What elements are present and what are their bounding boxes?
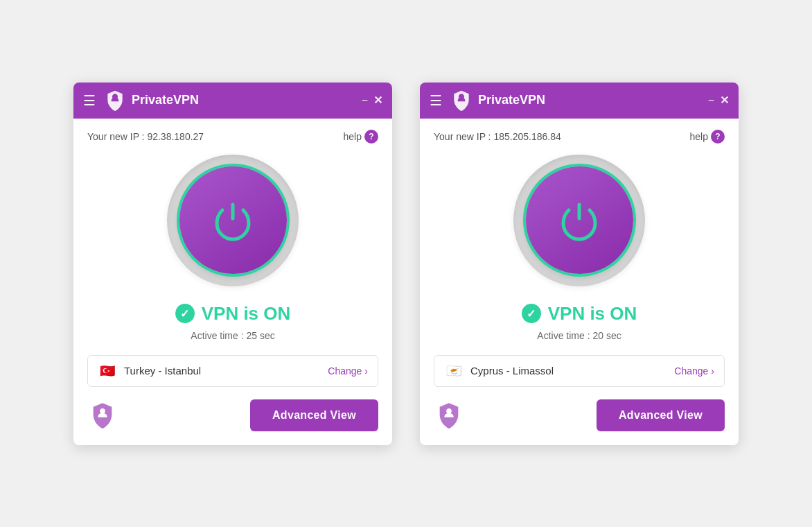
chevron-icon-2: › xyxy=(711,365,714,377)
title-bar-left-2: ☰ PrivateVPN xyxy=(430,89,545,112)
check-icon-2: ✓ xyxy=(522,304,541,323)
shield-icon-bottom-1 xyxy=(87,400,118,431)
power-button-2[interactable] xyxy=(526,166,633,274)
help-circle-2: ? xyxy=(711,130,725,144)
shield-logo-2 xyxy=(450,89,473,112)
ip-text-2: Your new IP : 185.205.186.84 xyxy=(434,131,561,142)
help-button-1[interactable]: help ? xyxy=(344,130,378,144)
content-1: Your new IP : 92.38.180.27 help ? ✓ VPN … xyxy=(73,119,392,445)
title-brand-2: PrivateVPN xyxy=(450,89,545,112)
change-button-1[interactable]: Change xyxy=(328,365,362,377)
ip-row-1: Your new IP : 92.38.180.27 help ? xyxy=(87,130,378,144)
help-circle-1: ? xyxy=(364,130,378,144)
advanced-view-button-1[interactable]: Advanced View xyxy=(250,399,378,431)
bottom-row-2: Advanced View xyxy=(434,399,725,431)
brand-name-1: PrivateVPN xyxy=(132,93,199,107)
power-outer-1 xyxy=(167,155,299,286)
close-button-1[interactable]: ✕ xyxy=(373,94,382,107)
flag-icon-2: 🇨🇾 xyxy=(444,364,464,378)
location-row-1[interactable]: 🇹🇷 Turkey - Istanbul Change › xyxy=(87,355,378,387)
title-bar-left-1: ☰ PrivateVPN xyxy=(83,89,199,112)
location-name-1: Turkey - Istanbul xyxy=(124,365,328,377)
location-row-2[interactable]: 🇨🇾 Cyprus - Limassol Change › xyxy=(434,355,725,387)
hamburger-icon-1[interactable]: ☰ xyxy=(83,94,96,107)
help-button-2[interactable]: help ? xyxy=(690,130,725,144)
minimize-button-2[interactable]: − xyxy=(708,94,714,107)
ip-text-1: Your new IP : 92.38.180.27 xyxy=(87,131,204,142)
window-controls-2: − ✕ xyxy=(708,94,729,107)
help-label-2: help xyxy=(690,131,708,142)
vpn-window-1: ☰ PrivateVPN − ✕ Your new IP : 92.38.180… xyxy=(73,83,392,445)
vpn-status-text-2: VPN is ON xyxy=(548,303,637,325)
active-time-2: Active time : 20 sec xyxy=(537,330,621,341)
change-button-2[interactable]: Change xyxy=(674,365,708,377)
title-brand-1: PrivateVPN xyxy=(104,89,199,112)
title-bar-2: ☰ PrivateVPN − ✕ xyxy=(420,83,739,119)
active-time-1: Active time : 25 sec xyxy=(191,330,274,341)
vpn-status-1: ✓ VPN is ON xyxy=(175,303,291,325)
vpn-window-2: ☰ PrivateVPN − ✕ Your new IP : 185.205.1… xyxy=(420,83,739,445)
advanced-view-button-2[interactable]: Advanced View xyxy=(597,399,725,431)
content-2: Your new IP : 185.205.186.84 help ? ✓ VP… xyxy=(420,119,739,445)
minimize-button-1[interactable]: − xyxy=(362,94,368,107)
flag-icon-1: 🇹🇷 xyxy=(98,364,117,378)
brand-name-2: PrivateVPN xyxy=(478,93,545,107)
shield-logo-1 xyxy=(104,89,126,112)
shield-icon-bottom-2 xyxy=(434,400,464,431)
power-outer-2 xyxy=(513,155,645,286)
vpn-status-2: ✓ VPN is ON xyxy=(522,303,637,325)
power-button-1[interactable] xyxy=(179,166,287,274)
bottom-row-1: Advanced View xyxy=(87,399,378,431)
location-name-2: Cyprus - Limassol xyxy=(470,365,674,377)
ip-row-2: Your new IP : 185.205.186.84 help ? xyxy=(434,130,725,144)
power-icon-1 xyxy=(209,196,257,245)
help-label-1: help xyxy=(344,131,362,142)
chevron-icon-1: › xyxy=(364,365,368,377)
check-icon-1: ✓ xyxy=(175,304,195,323)
power-icon-2 xyxy=(555,196,603,245)
vpn-status-text-1: VPN is ON xyxy=(202,303,291,325)
window-controls-1: − ✕ xyxy=(362,94,382,107)
hamburger-icon-2[interactable]: ☰ xyxy=(430,94,442,107)
title-bar-1: ☰ PrivateVPN − ✕ xyxy=(73,83,392,119)
close-button-2[interactable]: ✕ xyxy=(720,94,729,107)
